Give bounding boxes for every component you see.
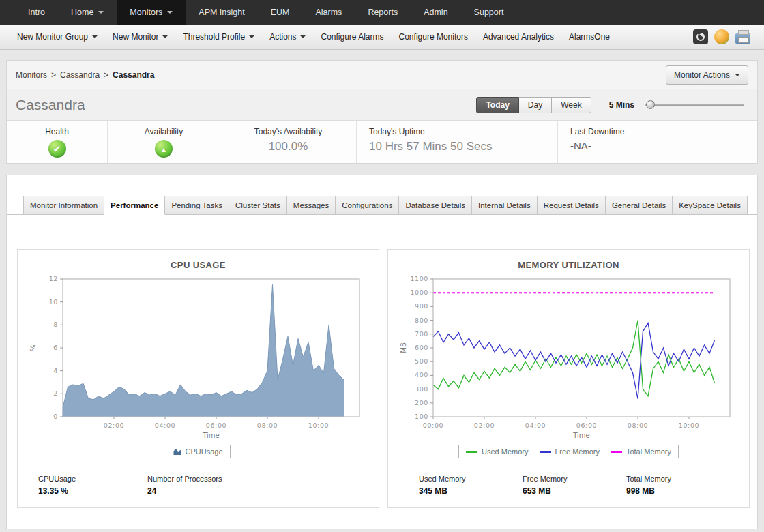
toolbar-icon-group [693, 29, 754, 44]
toolbar-actions[interactable]: Actions [262, 32, 313, 42]
nav-apm-insight[interactable]: APM Insight [186, 0, 257, 25]
stat-todays-uptime: Today's Uptime 10 Hrs 57 Mins 50 Secs [357, 121, 558, 163]
cpu-chart-legend: CPUUsage [166, 445, 230, 458]
period-today-button[interactable]: Today [476, 97, 518, 113]
svg-text:%: % [29, 344, 37, 351]
chevron-down-icon [92, 35, 98, 38]
legend-item-total-memory: Total Memory [611, 447, 671, 456]
tab-general-details[interactable]: General Details [606, 196, 673, 215]
memory-chart-legend: Used Memory Free Memory Total Memory [458, 445, 679, 458]
svg-text:04:00: 04:00 [525, 422, 546, 429]
chevron-down-icon [735, 74, 740, 76]
period-week-button[interactable]: Week [552, 97, 591, 113]
nav-reports[interactable]: Reports [355, 0, 411, 25]
metric-total-memory: Total Memory 998 MB [626, 475, 730, 496]
cpu-usage-panel: CPU USAGE 02468101202:0004:0006:0008:001… [17, 249, 379, 508]
detail-tabs: Monitor Information Performance Pending … [7, 175, 757, 215]
svg-text:12: 12 [49, 275, 58, 282]
tab-performance[interactable]: Performance [104, 196, 165, 215]
monitor-header: Cassandra Today Day Week 5 Mins [7, 89, 757, 121]
tab-internal-details[interactable]: Internal Details [472, 196, 538, 215]
line-swatch-icon [611, 451, 622, 453]
cpu-chart-title: CPU USAGE [18, 260, 379, 270]
svg-text:4: 4 [53, 367, 58, 374]
tab-monitor-information[interactable]: Monitor Information [23, 196, 104, 215]
metric-free-memory: Free Memory 653 MB [523, 475, 626, 496]
nav-eum[interactable]: EUM [258, 0, 303, 25]
memory-metrics: Used Memory 345 MB Free Memory 653 MB To… [388, 458, 749, 496]
svg-text:Time: Time [202, 432, 219, 439]
legend-item-free-memory: Free Memory [540, 447, 600, 456]
monitor-actions-button[interactable]: Monitor Actions [666, 65, 748, 85]
tab-cluster-stats[interactable]: Cluster Stats [229, 196, 287, 215]
time-range-toggle: Today Day Week [476, 97, 591, 113]
svg-text:500: 500 [415, 357, 428, 365]
globe-icon[interactable] [714, 29, 729, 44]
svg-text:900: 900 [415, 302, 428, 310]
health-ok-icon[interactable]: ✔ [48, 140, 66, 158]
refresh-interval-slider[interactable] [645, 104, 744, 106]
breadcrumb-separator: > [104, 70, 108, 80]
metric-number-of-processors: Number of Processors 24 [147, 475, 256, 496]
monitor-detail-card: Monitor Information Performance Pending … [6, 175, 758, 529]
toolbar-configure-monitors[interactable]: Configure Monitors [392, 32, 475, 42]
breadcrumb-monitors[interactable]: Monitors [16, 70, 47, 80]
svg-text:1100: 1100 [410, 275, 428, 282]
tab-messages[interactable]: Messages [287, 196, 336, 215]
memory-utilization-chart: 1002003004005006007008009001000110000:00… [396, 272, 741, 444]
svg-text:Time: Time [572, 432, 589, 439]
last-downtime-value: -NA- [570, 140, 745, 151]
todays-availability-value: 100.0% [233, 140, 344, 153]
chevron-down-icon [249, 35, 254, 38]
nav-support[interactable]: Support [461, 0, 517, 25]
nav-home[interactable]: Home [58, 0, 117, 25]
svg-text:800: 800 [415, 316, 428, 324]
area-swatch-icon [173, 448, 181, 455]
toolbar-advanced-analytics[interactable]: Advanced Analytics [475, 32, 561, 42]
toolbar-alarmsone[interactable]: AlarmsOne [561, 32, 617, 42]
charts-area: CPU USAGE 02468101202:0004:0006:0008:001… [7, 215, 757, 508]
breadcrumb-cassandra[interactable]: Cassandra [60, 70, 100, 80]
breadcrumb-row: Monitors > Cassandra > Cassandra Monitor… [7, 61, 757, 89]
chevron-down-icon [300, 35, 306, 38]
tab-keyspace-details[interactable]: KeySpace Details [673, 196, 748, 215]
legend-item-used-memory: Used Memory [466, 447, 528, 456]
tab-database-details[interactable]: Database Details [399, 196, 472, 215]
slider-handle[interactable] [646, 100, 655, 109]
tab-configurations[interactable]: Configurations [336, 196, 399, 215]
print-icon[interactable] [735, 33, 750, 44]
toolbar-threshold-profile[interactable]: Threshold Profile [175, 32, 262, 42]
cpu-usage-chart: 02468101202:0004:0006:0008:0010:00Time% [26, 272, 370, 444]
summary-stats: Health ✔ Availability ▲ Today's Availabi… [7, 121, 757, 163]
tab-request-details[interactable]: Request Details [538, 196, 606, 215]
nav-admin[interactable]: Admin [411, 0, 460, 25]
svg-text:10:00: 10:00 [679, 422, 699, 429]
nav-alarms[interactable]: Alarms [302, 0, 355, 25]
svg-text:02:00: 02:00 [104, 422, 124, 429]
svg-text:06:00: 06:00 [576, 422, 597, 429]
refresh-interval-label: 5 Mins [609, 100, 634, 110]
tab-pending-tasks[interactable]: Pending Tasks [165, 196, 229, 215]
availability-up-icon[interactable]: ▲ [155, 140, 173, 158]
nav-monitors[interactable]: Monitors [117, 0, 186, 25]
svg-text:2: 2 [53, 389, 58, 397]
svg-text:200: 200 [415, 399, 428, 407]
toolbar-configure-alarms[interactable]: Configure Alarms [313, 32, 391, 42]
svg-text:04:00: 04:00 [155, 422, 175, 429]
svg-text:06:00: 06:00 [206, 422, 226, 429]
memory-chart-title: MEMORY UTILIZATION [388, 260, 749, 270]
action-toolbar: New Monitor Group New Monitor Threshold … [0, 25, 764, 50]
svg-text:1000: 1000 [410, 289, 428, 296]
nav-intro[interactable]: Intro [15, 0, 58, 25]
chevron-down-icon [98, 11, 104, 14]
stat-todays-availability: Today's Availability 100.0% [220, 121, 357, 163]
svg-text:10: 10 [49, 298, 58, 306]
toolbar-new-monitor[interactable]: New Monitor [105, 32, 175, 42]
svg-text:MB: MB [400, 342, 407, 353]
main-nav: Intro Home Monitors APM Insight EUM Alar… [0, 0, 764, 25]
period-day-button[interactable]: Day [519, 97, 552, 113]
sync-icon[interactable] [693, 29, 708, 44]
toolbar-new-monitor-group[interactable]: New Monitor Group [10, 32, 105, 42]
metric-used-memory: Used Memory 345 MB [419, 475, 523, 496]
svg-text:08:00: 08:00 [257, 422, 278, 429]
